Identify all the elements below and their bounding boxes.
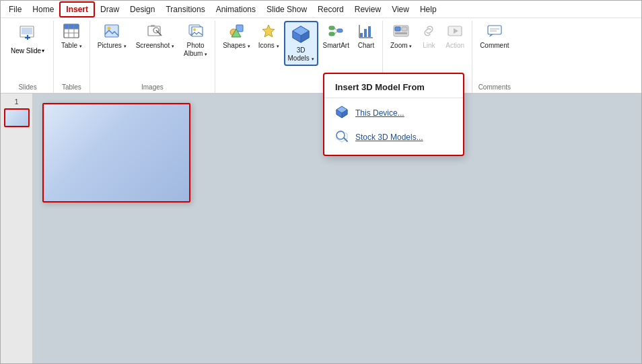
menu-view[interactable]: View bbox=[386, 3, 415, 16]
chart-icon bbox=[358, 24, 374, 40]
new-slide-icon bbox=[18, 24, 37, 47]
svg-rect-10 bbox=[105, 25, 118, 37]
group-comments: Comment Comments bbox=[472, 21, 516, 93]
comments-group-label: Comments bbox=[476, 82, 512, 93]
group-images: Pictures ▾ Screenshot ▾ bbox=[90, 21, 215, 93]
svg-rect-1 bbox=[22, 28, 32, 34]
menu-design[interactable]: Design bbox=[124, 3, 160, 16]
shapes-label: Shapes ▾ bbox=[223, 42, 250, 50]
action-icon bbox=[447, 24, 463, 40]
ribbon-content: New Slide ▾ Slides bbox=[1, 18, 641, 93]
zoom-label: Zoom ▾ bbox=[390, 42, 412, 50]
pictures-button[interactable]: Pictures ▾ bbox=[94, 21, 130, 52]
screenshot-icon bbox=[147, 24, 163, 40]
screenshot-button[interactable]: Screenshot ▾ bbox=[133, 21, 178, 52]
this-device-label: This Device... bbox=[355, 108, 404, 118]
svg-rect-5 bbox=[64, 24, 79, 29]
smartart-icon bbox=[328, 24, 344, 40]
svg-rect-40 bbox=[402, 27, 407, 31]
menu-slideshow[interactable]: Slide Show bbox=[261, 3, 312, 16]
svg-rect-30 bbox=[337, 29, 343, 32]
menu-insert[interactable]: Insert bbox=[59, 1, 95, 17]
ribbon: New Slide ▾ Slides bbox=[1, 18, 641, 94]
stock-3d-label: Stock 3D Models... bbox=[355, 133, 423, 142]
3d-models-icon bbox=[291, 24, 310, 45]
group-tables: Table ▾ Tables bbox=[54, 21, 90, 93]
menu-transitions[interactable]: Transitions bbox=[160, 3, 210, 16]
menu-animations[interactable]: Animations bbox=[211, 3, 261, 16]
icons-icon bbox=[260, 24, 277, 40]
dropdown-title: Insert 3D Model From bbox=[324, 79, 463, 98]
comment-label: Comment bbox=[480, 42, 509, 50]
slide-thumb-small[interactable] bbox=[4, 108, 30, 127]
screenshot-label: Screenshot ▾ bbox=[136, 42, 174, 50]
svg-point-11 bbox=[108, 27, 111, 30]
icons-label: Icons ▾ bbox=[258, 42, 279, 50]
tables-group-label: Tables bbox=[58, 82, 85, 93]
this-device-item[interactable]: This Device... bbox=[324, 101, 463, 125]
link-label: Link bbox=[423, 42, 435, 50]
smartart-label: SmartArt bbox=[323, 42, 349, 50]
shapes-icon bbox=[228, 24, 244, 40]
svg-rect-33 bbox=[360, 33, 363, 37]
icons-button[interactable]: Icons ▾ bbox=[255, 21, 283, 52]
menu-help[interactable]: Help bbox=[415, 3, 442, 16]
slide-number: 1 bbox=[14, 98, 18, 106]
slides-group-label: Slides bbox=[6, 82, 49, 93]
slide-panel: 1 bbox=[1, 94, 33, 363]
pictures-icon bbox=[104, 24, 120, 40]
svg-rect-29 bbox=[329, 32, 334, 36]
3d-model-dropdown: Insert 3D Model From This Device... bbox=[323, 73, 464, 156]
3d-models-label: 3DModels ▾ bbox=[288, 46, 314, 63]
stock-3d-icon bbox=[335, 129, 349, 145]
group-slides: New Slide ▾ Slides bbox=[2, 21, 54, 93]
chart-button[interactable]: Chart bbox=[354, 21, 378, 52]
menu-review[interactable]: Review bbox=[349, 3, 386, 16]
svg-line-32 bbox=[334, 32, 337, 34]
menu-home[interactable]: Home bbox=[27, 3, 59, 16]
svg-rect-41 bbox=[395, 32, 407, 34]
main-area: 1 bbox=[1, 94, 641, 363]
action-button[interactable]: Action bbox=[442, 21, 468, 52]
app-window: File Home Insert Draw Design Transitions… bbox=[0, 0, 642, 364]
svg-rect-35 bbox=[368, 26, 371, 37]
svg-rect-39 bbox=[395, 27, 400, 31]
table-button[interactable]: Table ▾ bbox=[58, 21, 85, 52]
stock-3d-item[interactable]: Stock 3D Models... bbox=[324, 125, 463, 149]
link-icon bbox=[421, 24, 437, 40]
device-icon bbox=[335, 105, 349, 121]
table-icon bbox=[63, 24, 79, 40]
smartart-button[interactable]: SmartArt bbox=[320, 21, 353, 52]
zoom-button[interactable]: Zoom ▾ bbox=[387, 21, 415, 52]
pictures-label: Pictures ▾ bbox=[98, 42, 127, 50]
table-label: Table ▾ bbox=[61, 42, 82, 50]
svg-rect-14 bbox=[151, 25, 155, 27]
3d-models-button[interactable]: 3DModels ▾ bbox=[284, 21, 318, 66]
photo-album-label: PhotoAlbum ▾ bbox=[184, 42, 207, 58]
menu-record[interactable]: Record bbox=[312, 3, 349, 16]
svg-marker-23 bbox=[262, 25, 275, 37]
chart-label: Chart bbox=[358, 42, 374, 50]
comment-icon bbox=[487, 24, 503, 40]
comment-button[interactable]: Comment bbox=[476, 21, 512, 52]
menu-file[interactable]: File bbox=[3, 3, 27, 16]
new-slide-button[interactable]: New Slide ▾ bbox=[6, 21, 49, 57]
menu-draw[interactable]: Draw bbox=[95, 3, 124, 16]
photo-album-button[interactable]: PhotoAlbum ▾ bbox=[180, 21, 211, 61]
menu-bar: File Home Insert Draw Design Transitions… bbox=[1, 1, 641, 18]
svg-rect-18 bbox=[192, 27, 203, 36]
svg-point-19 bbox=[193, 28, 196, 31]
action-label: Action bbox=[445, 42, 464, 50]
svg-rect-34 bbox=[364, 29, 367, 37]
zoom-icon bbox=[393, 24, 409, 40]
images-group-label: Images bbox=[94, 82, 211, 93]
slide-thumbnail[interactable] bbox=[42, 103, 190, 203]
svg-rect-44 bbox=[488, 26, 501, 34]
svg-rect-28 bbox=[329, 26, 334, 30]
new-slide-label: New Slide ▾ bbox=[11, 47, 44, 54]
link-button[interactable]: Link bbox=[417, 21, 441, 52]
photo-album-icon bbox=[188, 24, 204, 40]
shapes-button[interactable]: Shapes ▾ bbox=[219, 21, 254, 52]
svg-line-31 bbox=[334, 28, 337, 31]
